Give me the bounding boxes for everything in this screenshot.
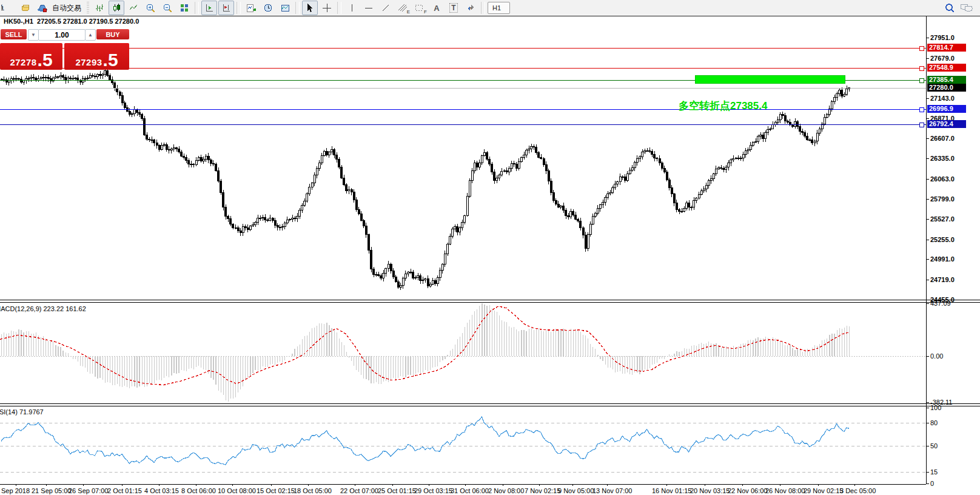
level-line-handle[interactable] <box>919 78 924 82</box>
rsi-axis-label: 80 <box>930 419 938 426</box>
level-line-handle[interactable] <box>919 107 924 112</box>
sell-price-button[interactable]: 27278.5 <box>0 43 62 70</box>
candlestick-chart-icon[interactable] <box>109 1 124 15</box>
main-toolbar: 单 自动交易 <box>0 0 980 16</box>
price-marker-label: 27814.7 <box>927 44 966 52</box>
cursor-tool-icon[interactable] <box>302 1 318 15</box>
level-line-handle[interactable] <box>919 66 924 70</box>
zoom-out-icon[interactable] <box>159 1 175 15</box>
time-axis-tick <box>46 484 47 486</box>
trendline-tool-icon[interactable] <box>378 1 394 15</box>
toolbar-separator <box>295 2 300 14</box>
macd-label: MACD(12,26,9) 223.22 161.62 <box>0 305 86 312</box>
time-axis-label: 20 Nov 03:15 <box>690 487 730 494</box>
price-marker-label: 26792.4 <box>927 120 966 128</box>
templates-icon[interactable]: ▾ <box>277 1 293 15</box>
time-axis-tick <box>572 484 573 486</box>
timeframe-button-h1[interactable]: H1 <box>488 2 510 14</box>
time-axis-label: 15 Oct 02:15 <box>257 487 295 494</box>
price-axis-tick <box>926 118 929 119</box>
market-watch-icon[interactable] <box>18 1 33 15</box>
time-axis-tick <box>355 484 355 486</box>
text-tool-icon[interactable]: A <box>429 1 445 15</box>
macd-histogram <box>2 303 850 402</box>
toolbar-grip <box>87 2 89 14</box>
crosshair-tool-icon[interactable] <box>319 1 335 15</box>
level-line-handle[interactable] <box>919 46 924 50</box>
buy-price-button[interactable]: 27293.5 <box>64 43 129 70</box>
sell-button[interactable]: SELL <box>1 29 27 39</box>
periods-clock-icon[interactable]: ▾ <box>260 1 276 15</box>
highlight-rectangle[interactable] <box>695 75 845 84</box>
time-axis-label: 29 Oct 03:15 <box>414 487 452 494</box>
panel-separator[interactable] <box>0 403 980 406</box>
vertical-line-tool-icon[interactable] <box>344 1 360 15</box>
time-axis-label: 25 Oct 01:15 <box>378 487 416 494</box>
time-axis-tick <box>271 484 272 486</box>
chart-shift-icon[interactable] <box>218 1 234 15</box>
candlestick-chart <box>0 16 926 300</box>
time-axis-label: 29 Nov 02:15 <box>804 487 843 494</box>
volume-decrease-button[interactable]: ▼ <box>28 29 39 41</box>
rsi-axis-tick <box>926 408 929 408</box>
macd-indicator-chart <box>0 301 926 403</box>
macd-axis-tick <box>926 356 929 357</box>
price-axis-tick <box>926 98 929 99</box>
time-axis-tick <box>122 484 122 486</box>
time-axis-tick <box>666 484 667 486</box>
time-axis-label: 10 Oct 08:00 <box>218 487 256 494</box>
auto-scroll-icon[interactable] <box>201 1 217 15</box>
price-tick-label: 25255.0 <box>930 236 955 243</box>
price-tick-label: 27679.0 <box>930 55 955 62</box>
time-axis-label: 18 Oct 05:00 <box>294 487 332 494</box>
tile-windows-icon[interactable] <box>176 1 192 15</box>
time-axis-tick <box>780 484 780 486</box>
new-order-icon[interactable]: 单 <box>1 2 16 14</box>
time-axis-label: 2 Nov 08:00 <box>488 487 524 494</box>
line-chart-icon[interactable] <box>126 1 141 15</box>
chart-annotation[interactable]: 多空转折点27385.4 <box>679 99 767 113</box>
bar-chart-icon[interactable] <box>92 1 107 15</box>
time-axis-tick <box>429 484 429 486</box>
time-axis-tick <box>539 484 540 486</box>
macd-axis-tick <box>926 303 929 304</box>
fibonacci-tool-icon[interactable]: E <box>395 1 411 15</box>
rsi-label: RSI(14) 71.9767 <box>0 408 44 416</box>
price-axis-tick <box>926 158 929 159</box>
macd-axis-label: 0.00 <box>930 352 943 360</box>
panel-separator[interactable] <box>0 300 980 303</box>
price-tick-label: 25799.0 <box>930 195 955 203</box>
buy-button[interactable]: BUY <box>96 29 129 39</box>
time-axis-label: 3 Dec 05:00 <box>840 487 876 494</box>
zoom-in-icon[interactable] <box>143 1 158 15</box>
price-axis-tick <box>926 179 929 180</box>
add-indicator-icon[interactable]: ▾ <box>243 1 259 15</box>
rsi-axis-tick <box>926 472 929 473</box>
volume-increase-button[interactable]: ▲ <box>85 29 96 41</box>
time-axis-tick <box>705 484 705 486</box>
rsi-axis-label: 0 <box>930 480 934 487</box>
price-axis-tick <box>926 199 929 200</box>
search-icon[interactable] <box>942 1 958 15</box>
time-axis-label: 9 Nov 05:00 <box>558 487 594 494</box>
price-marker-label: 26996.9 <box>927 105 966 113</box>
macd-axis-label: 437.09 <box>930 300 951 307</box>
label-tool-icon[interactable]: T <box>446 1 461 15</box>
time-axis-label: 26 Nov 08:00 <box>765 487 805 494</box>
price-axis-tick <box>926 240 929 240</box>
time-axis-tick <box>16 484 16 486</box>
time-axis-label: 4 Oct 03:15 <box>144 487 179 494</box>
auto-trading-icon[interactable] <box>35 1 50 15</box>
channel-tool-icon[interactable]: F <box>412 1 428 15</box>
volume-input[interactable]: 1.00 <box>38 29 86 41</box>
time-axis-label: Sep 2018 <box>1 487 30 494</box>
time-axis-tick <box>196 484 196 486</box>
price-marker-label: 27280.0 <box>927 84 966 92</box>
level-line-handle[interactable] <box>919 123 924 127</box>
rsi-axis-label: 15 <box>930 468 938 476</box>
arrows-tool-icon[interactable]: ▾ <box>463 1 478 15</box>
horizontal-line-tool-icon[interactable] <box>361 1 377 15</box>
mt4-terminal: 单 自动交易 <box>0 0 980 495</box>
price-axis-tick <box>926 138 929 139</box>
chat-icon[interactable] <box>959 1 975 15</box>
